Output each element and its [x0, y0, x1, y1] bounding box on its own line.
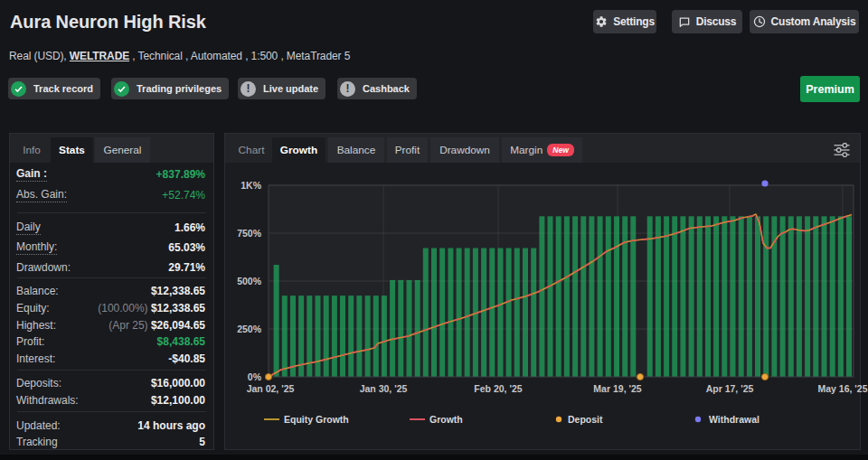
svg-text:0%: 0% [248, 371, 262, 382]
svg-text:May 16, '25: May 16, '25 [817, 383, 867, 394]
svg-text:Jan 02, '25: Jan 02, '25 [247, 383, 295, 394]
svg-text:250%: 250% [237, 324, 262, 334]
svg-text:Jan 30, '25: Jan 30, '25 [360, 383, 408, 394]
svg-text:500%: 500% [237, 276, 262, 286]
svg-text:Growth: Growth [429, 414, 463, 425]
svg-text:Equity Growth: Equity Growth [284, 414, 349, 425]
svg-text:Withdrawal: Withdrawal [709, 414, 760, 425]
svg-text:750%: 750% [237, 228, 262, 239]
svg-text:1K%: 1K% [241, 180, 261, 191]
svg-text:Apr 17, '25: Apr 17, '25 [706, 383, 754, 394]
svg-text:Feb 20, '25: Feb 20, '25 [474, 383, 522, 394]
svg-text:Mar 19, '25: Mar 19, '25 [593, 383, 641, 394]
svg-text:Deposit: Deposit [568, 414, 603, 425]
